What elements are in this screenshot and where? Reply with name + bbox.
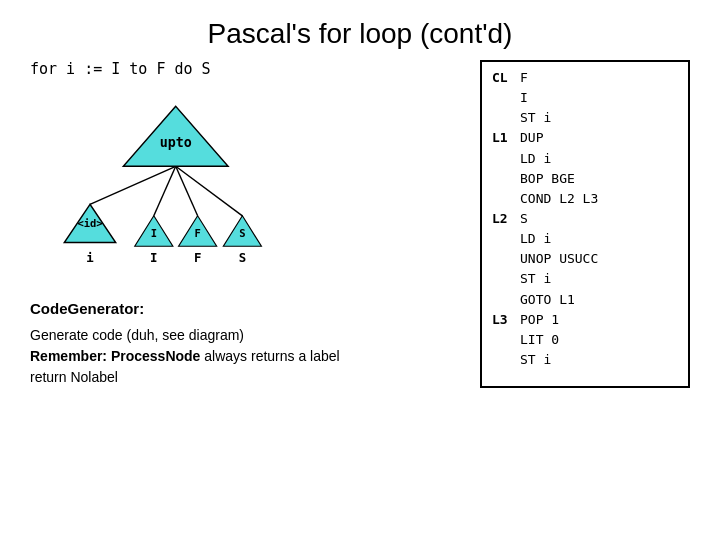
code-line: GOTO L1 [492, 290, 678, 310]
code-line: ST i [492, 269, 678, 289]
code-line: LD i [492, 229, 678, 249]
code-line: L3POP 1 [492, 310, 678, 330]
code-line-content: ST i [520, 269, 551, 289]
code-line-label [492, 88, 514, 108]
code-line: L2S [492, 209, 678, 229]
svg-text:<id>: <id> [77, 217, 102, 229]
code-line-content: ST i [520, 350, 551, 370]
code-line-content: BOP BGE [520, 169, 575, 189]
svg-text:F: F [194, 227, 200, 239]
code-line-label: L3 [492, 310, 514, 330]
page-title: Pascal's for loop (cont'd) [0, 0, 720, 60]
code-line: I [492, 88, 678, 108]
svg-text:F: F [194, 251, 201, 265]
desc-line3: return Nolabel [30, 367, 470, 388]
code-line: UNOP USUCC [492, 249, 678, 269]
tree-diagram: upto <id> I F S i I F S [30, 92, 350, 292]
code-line-content: COND L2 L3 [520, 189, 598, 209]
code-line-label [492, 169, 514, 189]
svg-line-0 [90, 166, 176, 204]
desc-line2: Remember: ProcessNode always returns a l… [30, 346, 470, 367]
svg-text:S: S [239, 251, 246, 265]
code-line: COND L2 L3 [492, 189, 678, 209]
code-line-content: GOTO L1 [520, 290, 575, 310]
desc-line1: Generate code (duh, see diagram) [30, 325, 470, 346]
code-line-label [492, 330, 514, 350]
code-line: ST i [492, 350, 678, 370]
code-line-label [492, 189, 514, 209]
code-generator-label: CodeGenerator: [30, 300, 470, 317]
code-box: CLFIST iL1DUPLD iBOP BGECOND L2 L3L2SLD … [480, 60, 690, 388]
code-line-label [492, 108, 514, 128]
for-statement: for i := I to F do S [30, 60, 470, 78]
code-line-label [492, 149, 514, 169]
code-line-label [492, 249, 514, 269]
svg-text:I: I [151, 227, 157, 239]
svg-line-1 [154, 166, 176, 216]
code-line-label [492, 350, 514, 370]
svg-text:S: S [239, 227, 245, 239]
code-line: LD i [492, 149, 678, 169]
code-line: L1DUP [492, 128, 678, 148]
code-line-content: LD i [520, 229, 551, 249]
code-line: ST i [492, 108, 678, 128]
code-line-label: L2 [492, 209, 514, 229]
code-line-content: LIT 0 [520, 330, 559, 350]
code-line-content: POP 1 [520, 310, 559, 330]
code-line-label [492, 269, 514, 289]
svg-line-3 [176, 166, 243, 216]
code-line-label [492, 290, 514, 310]
code-line: CLF [492, 68, 678, 88]
code-line-content: S [520, 209, 528, 229]
code-line-label: L1 [492, 128, 514, 148]
code-line-content: DUP [520, 128, 543, 148]
left-panel: for i := I to F do S upto <id [30, 60, 470, 388]
code-line-label: CL [492, 68, 514, 88]
code-line-label [492, 229, 514, 249]
code-line-content: ST i [520, 108, 551, 128]
description-text: Generate code (duh, see diagram) Remembe… [30, 325, 470, 388]
code-line-content: UNOP USUCC [520, 249, 598, 269]
code-line-content: I [520, 88, 528, 108]
code-line: BOP BGE [492, 169, 678, 189]
svg-text:i: i [86, 251, 94, 265]
svg-text:upto: upto [160, 135, 192, 150]
code-line-content: LD i [520, 149, 551, 169]
code-line-content: F [520, 68, 528, 88]
code-line: LIT 0 [492, 330, 678, 350]
svg-text:I: I [150, 251, 157, 265]
